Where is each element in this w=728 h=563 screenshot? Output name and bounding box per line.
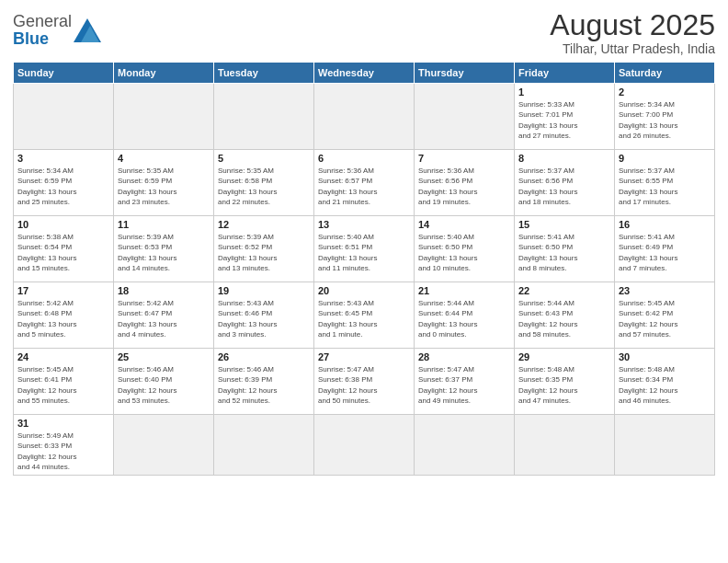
day-info: Sunrise: 5:41 AM Sunset: 6:50 PM Dayligh…	[518, 232, 610, 273]
day-info: Sunrise: 5:44 AM Sunset: 6:44 PM Dayligh…	[418, 298, 510, 339]
calendar-cell	[214, 84, 314, 150]
day-number: 6	[318, 153, 410, 164]
calendar-cell: 25Sunrise: 5:46 AM Sunset: 6:40 PM Dayli…	[114, 349, 214, 415]
day-info: Sunrise: 5:41 AM Sunset: 6:49 PM Dayligh…	[619, 232, 711, 273]
calendar-week-row: 17Sunrise: 5:42 AM Sunset: 6:48 PM Dayli…	[14, 282, 715, 349]
calendar-cell	[214, 415, 314, 476]
logo-general: General	[13, 12, 72, 30]
calendar-cell: 31Sunrise: 5:49 AM Sunset: 6:33 PM Dayli…	[14, 415, 114, 476]
calendar-cell: 20Sunrise: 5:43 AM Sunset: 6:45 PM Dayli…	[314, 282, 415, 349]
day-number: 12	[218, 219, 310, 230]
calendar-cell	[14, 84, 114, 150]
month-year: August 2025	[550, 9, 715, 41]
calendar-cell: 15Sunrise: 5:41 AM Sunset: 6:50 PM Dayli…	[515, 216, 615, 282]
day-number: 31	[17, 418, 109, 429]
day-info: Sunrise: 5:40 AM Sunset: 6:51 PM Dayligh…	[318, 232, 410, 273]
day-number: 10	[17, 219, 109, 230]
header-monday: Monday	[114, 63, 214, 84]
day-info: Sunrise: 5:39 AM Sunset: 6:52 PM Dayligh…	[218, 232, 310, 273]
day-number: 15	[518, 219, 610, 230]
day-info: Sunrise: 5:47 AM Sunset: 6:38 PM Dayligh…	[318, 364, 410, 406]
calendar-cell: 12Sunrise: 5:39 AM Sunset: 6:52 PM Dayli…	[214, 216, 314, 282]
calendar-cell: 4Sunrise: 5:35 AM Sunset: 6:59 PM Daylig…	[114, 150, 214, 216]
day-number: 20	[318, 285, 410, 296]
calendar-week-row: 31Sunrise: 5:49 AM Sunset: 6:33 PM Dayli…	[14, 415, 715, 476]
day-number: 5	[218, 153, 310, 164]
day-number: 25	[118, 351, 210, 362]
day-number: 9	[619, 153, 711, 164]
day-number: 1	[518, 86, 610, 98]
page: General Blue August 2025 Tilhar, Uttar P…	[0, 0, 728, 563]
calendar-cell: 24Sunrise: 5:45 AM Sunset: 6:41 PM Dayli…	[14, 349, 114, 415]
calendar-cell: 22Sunrise: 5:44 AM Sunset: 6:43 PM Dayli…	[515, 282, 615, 349]
calendar-cell: 21Sunrise: 5:44 AM Sunset: 6:44 PM Dayli…	[415, 282, 515, 349]
day-number: 3	[17, 153, 109, 164]
logo-blue: Blue	[13, 29, 49, 48]
day-info: Sunrise: 5:34 AM Sunset: 6:59 PM Dayligh…	[17, 166, 109, 207]
day-number: 13	[318, 219, 410, 230]
day-info: Sunrise: 5:45 AM Sunset: 6:42 PM Dayligh…	[619, 298, 711, 339]
day-info: Sunrise: 5:38 AM Sunset: 6:54 PM Dayligh…	[17, 232, 109, 273]
day-info: Sunrise: 5:37 AM Sunset: 6:55 PM Dayligh…	[619, 166, 711, 207]
header-wednesday: Wednesday	[314, 63, 415, 84]
calendar-cell	[114, 84, 214, 150]
day-info: Sunrise: 5:46 AM Sunset: 6:40 PM Dayligh…	[118, 364, 210, 406]
title-block: August 2025 Tilhar, Uttar Pradesh, India	[550, 9, 715, 56]
day-info: Sunrise: 5:35 AM Sunset: 6:58 PM Dayligh…	[218, 166, 310, 207]
day-number: 22	[518, 285, 610, 296]
calendar-cell	[114, 415, 214, 476]
day-info: Sunrise: 5:43 AM Sunset: 6:46 PM Dayligh…	[218, 298, 310, 339]
day-number: 8	[518, 153, 610, 164]
calendar-cell: 13Sunrise: 5:40 AM Sunset: 6:51 PM Dayli…	[314, 216, 415, 282]
location: Tilhar, Uttar Pradesh, India	[550, 41, 715, 56]
day-number: 4	[118, 153, 210, 164]
day-info: Sunrise: 5:36 AM Sunset: 6:57 PM Dayligh…	[318, 166, 410, 207]
day-number: 7	[418, 153, 510, 164]
calendar-cell: 1Sunrise: 5:33 AM Sunset: 7:01 PM Daylig…	[515, 84, 615, 150]
header-friday: Friday	[515, 63, 615, 84]
day-number: 19	[218, 285, 310, 296]
calendar-cell	[515, 415, 615, 476]
calendar-week-row: 10Sunrise: 5:38 AM Sunset: 6:54 PM Dayli…	[14, 216, 715, 282]
calendar-cell: 30Sunrise: 5:48 AM Sunset: 6:34 PM Dayli…	[615, 349, 715, 415]
day-info: Sunrise: 5:37 AM Sunset: 6:56 PM Dayligh…	[518, 166, 610, 207]
calendar-cell: 16Sunrise: 5:41 AM Sunset: 6:49 PM Dayli…	[615, 216, 715, 282]
day-info: Sunrise: 5:40 AM Sunset: 6:50 PM Dayligh…	[418, 232, 510, 273]
day-number: 29	[518, 351, 610, 362]
day-number: 27	[318, 351, 410, 362]
day-info: Sunrise: 5:45 AM Sunset: 6:41 PM Dayligh…	[17, 364, 109, 406]
day-number: 2	[619, 86, 711, 98]
calendar-week-row: 1Sunrise: 5:33 AM Sunset: 7:01 PM Daylig…	[14, 84, 715, 150]
day-number: 24	[17, 351, 109, 362]
calendar-cell	[314, 84, 415, 150]
day-info: Sunrise: 5:44 AM Sunset: 6:43 PM Dayligh…	[518, 298, 610, 339]
day-info: Sunrise: 5:48 AM Sunset: 6:35 PM Dayligh…	[518, 364, 610, 406]
calendar-cell: 3Sunrise: 5:34 AM Sunset: 6:59 PM Daylig…	[14, 150, 114, 216]
calendar-cell: 10Sunrise: 5:38 AM Sunset: 6:54 PM Dayli…	[14, 216, 114, 282]
day-number: 14	[418, 219, 510, 230]
calendar-week-row: 3Sunrise: 5:34 AM Sunset: 6:59 PM Daylig…	[14, 150, 715, 216]
calendar-cell: 26Sunrise: 5:46 AM Sunset: 6:39 PM Dayli…	[214, 349, 314, 415]
header-saturday: Saturday	[615, 63, 715, 84]
day-info: Sunrise: 5:42 AM Sunset: 6:47 PM Dayligh…	[118, 298, 210, 339]
logo-icon	[74, 18, 101, 42]
calendar-cell	[415, 84, 515, 150]
calendar-cell: 23Sunrise: 5:45 AM Sunset: 6:42 PM Dayli…	[615, 282, 715, 349]
calendar-cell: 7Sunrise: 5:36 AM Sunset: 6:56 PM Daylig…	[415, 150, 515, 216]
day-number: 30	[619, 351, 711, 362]
day-number: 26	[218, 351, 310, 362]
logo: General Blue	[13, 13, 101, 48]
calendar-cell: 19Sunrise: 5:43 AM Sunset: 6:46 PM Dayli…	[214, 282, 314, 349]
day-info: Sunrise: 5:33 AM Sunset: 7:01 PM Dayligh…	[518, 99, 610, 141]
day-number: 28	[418, 351, 510, 362]
calendar-cell: 18Sunrise: 5:42 AM Sunset: 6:47 PM Dayli…	[114, 282, 214, 349]
calendar-cell: 28Sunrise: 5:47 AM Sunset: 6:37 PM Dayli…	[415, 349, 515, 415]
calendar-week-row: 24Sunrise: 5:45 AM Sunset: 6:41 PM Dayli…	[14, 349, 715, 415]
calendar-cell: 8Sunrise: 5:37 AM Sunset: 6:56 PM Daylig…	[515, 150, 615, 216]
day-info: Sunrise: 5:49 AM Sunset: 6:33 PM Dayligh…	[17, 431, 109, 472]
day-info: Sunrise: 5:36 AM Sunset: 6:56 PM Dayligh…	[418, 166, 510, 207]
calendar-cell: 14Sunrise: 5:40 AM Sunset: 6:50 PM Dayli…	[415, 216, 515, 282]
calendar-cell: 9Sunrise: 5:37 AM Sunset: 6:55 PM Daylig…	[615, 150, 715, 216]
day-number: 23	[619, 285, 711, 296]
day-number: 17	[17, 285, 109, 296]
